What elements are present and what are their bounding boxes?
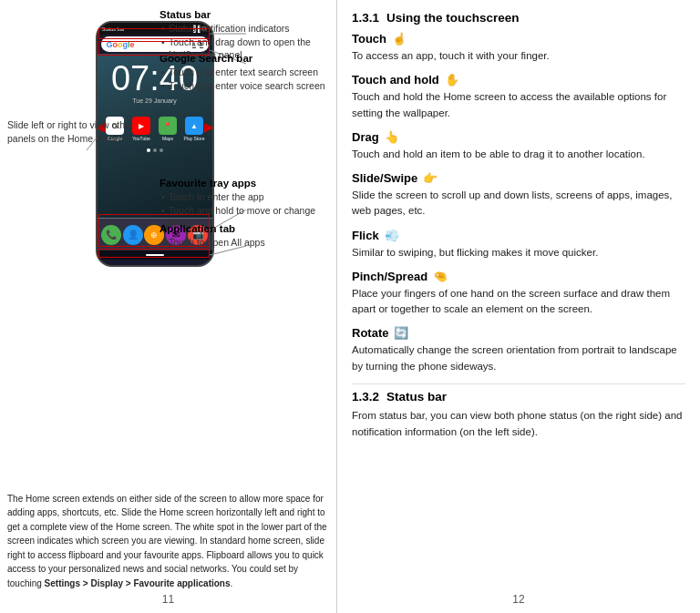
pinch-title: Pinch/Spread 🤏 xyxy=(352,270,685,283)
left-body-text: The Home screen extends on either side o… xyxy=(7,492,329,591)
rotate-desc: Automatically change the screen orientat… xyxy=(352,342,685,374)
status-bar-section-number: 1.3.2 xyxy=(352,390,379,404)
app-tab-highlight xyxy=(98,249,210,258)
page-dots xyxy=(98,148,212,152)
left-page: Status bar ▐▐ ✉ G o o g l e a b xyxy=(0,0,337,613)
search-bar-highlight xyxy=(98,41,210,56)
search-bar-item-2: Touch b to enter voice search screen xyxy=(160,79,328,93)
swipe-icon: 👉 xyxy=(423,171,438,185)
gesture-drag: Drag 👆 Touch and hold an item to be able… xyxy=(352,130,685,162)
section-number: 1.3.1 xyxy=(352,11,379,25)
tray-item-1: Touch to enter the app xyxy=(160,190,328,204)
clock-date: Tue 29 January xyxy=(98,97,212,104)
rotate-icon: 🔄 xyxy=(394,326,408,340)
swipe-desc: Slide the screen to scroll up and down l… xyxy=(352,188,685,220)
section-title: Using the touchscreen xyxy=(386,11,520,25)
status-bar-section-desc: From status bar, you can view both phone… xyxy=(352,408,685,441)
touch-icon: ☝ xyxy=(392,32,407,46)
drag-label: Drag xyxy=(352,130,379,144)
right-arrow: ▶ xyxy=(204,119,214,134)
section-divider xyxy=(352,383,685,384)
tray-highlight xyxy=(98,214,210,247)
gesture-swipe: Slide/Swipe 👉 Slide the screen to scroll… xyxy=(352,171,685,220)
search-bar-item-1: Touch a to enter text search screen xyxy=(160,66,328,79)
swipe-label: Slide/Swipe xyxy=(352,171,417,185)
touch-hold-label: Touch and hold xyxy=(352,73,439,87)
drag-title: Drag 👆 xyxy=(352,130,685,144)
tray-title: Favourite tray apps xyxy=(160,178,328,189)
touch-hold-desc: Touch and hold the Home screen to access… xyxy=(352,89,685,121)
flick-desc: Similar to swiping, but flicking makes i… xyxy=(352,245,685,261)
section-header: 1.3.1 Using the touchscreen xyxy=(352,11,685,25)
app-store: ▲ Play Store xyxy=(182,117,207,141)
touch-desc: To access an app, touch it with your fin… xyxy=(352,48,685,64)
pinch-label: Pinch/Spread xyxy=(352,270,427,283)
left-page-number: 11 xyxy=(162,593,174,606)
status-bar-highlight xyxy=(98,28,210,39)
slide-annotation: Slide left or right to view other panels… xyxy=(7,118,162,145)
touch-hold-title: Touch and hold ✋ xyxy=(352,73,685,87)
rotate-label: Rotate xyxy=(352,326,388,340)
right-page: 1.3.1 Using the touchscreen Touch ☝ To a… xyxy=(337,0,700,613)
status-bar-section-title: Status bar xyxy=(386,390,447,404)
flick-icon: 💨 xyxy=(385,229,399,242)
gesture-touch-hold: Touch and hold ✋ Touch and hold the Home… xyxy=(352,73,685,121)
search-bar-annotation: Google Search bar Touch a to enter text … xyxy=(160,53,328,92)
swipe-title: Slide/Swipe 👉 xyxy=(352,171,685,185)
status-bar-section-header: 1.3.2 Status bar xyxy=(352,390,685,404)
touch-hold-icon: ✋ xyxy=(445,73,459,87)
gesture-pinch: Pinch/Spread 🤏 Place your fingers of one… xyxy=(352,270,685,318)
pinch-desc: Place your fingers of one hand on the sc… xyxy=(352,286,685,318)
touch-title: Touch ☝ xyxy=(352,32,685,46)
slide-note-text: Slide left or right to view other panels… xyxy=(7,118,162,145)
rotate-title: Rotate 🔄 xyxy=(352,326,685,340)
flick-title: Flick 💨 xyxy=(352,229,685,242)
gesture-touch: Touch ☝ To access an app, touch it with … xyxy=(352,32,685,64)
touch-label: Touch xyxy=(352,32,386,46)
right-page-number: 12 xyxy=(512,593,524,606)
body-text-content: The Home screen extends on either side o… xyxy=(7,494,327,588)
drag-desc: Touch and hold an item to be able to dra… xyxy=(352,147,685,162)
gesture-flick: Flick 💨 Similar to swiping, but flicking… xyxy=(352,229,685,261)
gesture-rotate: Rotate 🔄 Automatically change the screen… xyxy=(352,326,685,374)
pinch-icon: 🤏 xyxy=(433,270,448,283)
flick-label: Flick xyxy=(352,229,379,242)
status-bar-title: Status bar xyxy=(160,9,328,20)
drag-icon: 👆 xyxy=(385,130,399,144)
